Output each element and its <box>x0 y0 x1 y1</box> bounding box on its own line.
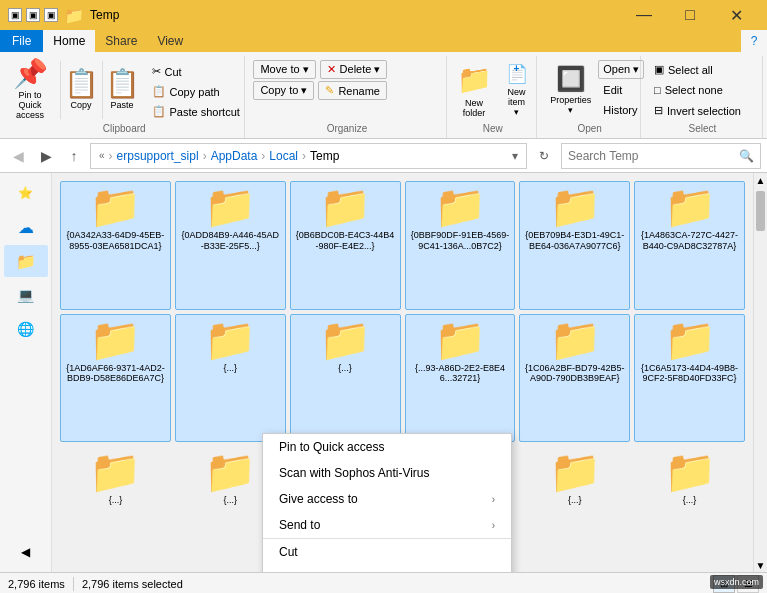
file-name: {...} <box>568 495 582 506</box>
sidebar-item-expand[interactable]: ◀ <box>4 536 48 568</box>
breadcrumb-erpsupport[interactable]: erpsupport_sipl <box>117 149 199 163</box>
file-name: {...} <box>683 495 697 506</box>
file-item[interactable]: 📁{1A4863CA-727C-4427-B440-C9AD8C32787A} <box>634 181 745 310</box>
file-name: {0B6BDC0B-E4C3-44B4-980F-E4E2...} <box>295 230 395 252</box>
open-group: 🔲 Properties▾ Open ▾ Edit History <box>539 56 641 138</box>
file-name: {1A4863CA-727C-4427-B440-C9AD8C32787A} <box>640 230 740 252</box>
file-item[interactable]: 📁{0A342A33-64D9-45EB-8955-03EA6581DCA1} <box>60 181 171 310</box>
file-item[interactable]: 📁{...} <box>634 446 745 564</box>
minimize-button[interactable]: — <box>621 0 667 30</box>
file-item[interactable]: 📁{0ADD84B9-A446-45AD-B33E-25F5...} <box>175 181 286 310</box>
refresh-button[interactable]: ↻ <box>531 143 557 169</box>
main-area: ⭐ ☁ 📁 💻 🌐 ◀ 📁{0A342A33-64D9-45EB-8955-03… <box>0 173 767 572</box>
scroll-thumb[interactable] <box>756 191 765 231</box>
paste-shortcut-button[interactable]: 📋 Paste shortcut <box>147 102 245 121</box>
tab-home[interactable]: Home <box>43 30 95 52</box>
tab-file[interactable]: File <box>0 30 43 52</box>
sidebar-item-quickaccess[interactable]: ⭐ <box>4 177 48 209</box>
file-item[interactable]: 📁{1C6A5173-44D4-49B8-9CF2-5F8D40FD33FC} <box>634 314 745 443</box>
breadcrumb-appdata[interactable]: AppData <box>211 149 258 163</box>
pin-label: Pin to Quick access <box>9 90 52 120</box>
scroll-up[interactable]: ▲ <box>754 173 767 187</box>
back-button[interactable]: ◀ <box>6 144 30 168</box>
edit-label: Edit <box>603 84 622 96</box>
title-bar: ▣ ▣ ▣ 📁 Temp — □ ✕ <box>0 0 767 30</box>
history-button[interactable]: History <box>598 101 644 119</box>
help-button[interactable]: ? <box>741 30 767 52</box>
up-button[interactable]: ↑ <box>62 144 86 168</box>
context-menu-item-cut[interactable]: Cut <box>263 538 511 565</box>
rename-button[interactable]: ✎ Rename <box>318 81 387 100</box>
ribbon: File Home Share View ? 📌 Pin to Quick ac… <box>0 30 767 139</box>
address-dropdown[interactable]: ▾ <box>512 149 518 163</box>
open-button[interactable]: Open ▾ <box>598 60 644 79</box>
context-menu-item-give-access-to[interactable]: Give access to› <box>263 486 511 512</box>
breadcrumb-bar[interactable]: « › erpsupport_sipl › AppData › Local › … <box>90 143 527 169</box>
file-item[interactable]: 📁{0EB709B4-E3D1-49C1-BE64-036A7A9077C6} <box>519 181 630 310</box>
ctx-item-label: Pin to Quick access <box>279 440 495 454</box>
context-menu-item-pin-to-quick-access[interactable]: Pin to Quick access <box>263 434 511 460</box>
copy-path-icon: 📋 <box>152 85 166 98</box>
folder-icon: 📁 <box>89 451 141 493</box>
ctx-item-label: Cut <box>279 545 495 559</box>
organize-label: Organize <box>327 123 368 136</box>
sidebar-item-cloud[interactable]: ☁ <box>4 211 48 243</box>
file-item[interactable]: 📁{1AD6AF66-9371-4AD2-BDB9-D58E86DE6A7C} <box>60 314 171 443</box>
delete-button[interactable]: ✕ Delete ▾ <box>320 60 388 79</box>
search-input[interactable] <box>568 149 735 163</box>
delete-label: Delete ▾ <box>340 63 381 76</box>
file-item[interactable]: 📁{0BBF90DF-91EB-4569-9C41-136A...0B7C2} <box>405 181 516 310</box>
folder-icon: 📁 <box>664 319 716 361</box>
select-none-button[interactable]: □ Select none <box>649 81 728 99</box>
file-name: {1C6A5173-44D4-49B8-9CF2-5F8D40FD33FC} <box>640 363 740 385</box>
edit-button[interactable]: Edit <box>598 81 644 99</box>
copy-to-button[interactable]: Copy to ▾ <box>253 81 314 100</box>
file-item[interactable]: 📁{...} <box>175 314 286 443</box>
sidebar-item-network[interactable]: 🌐 <box>4 313 48 345</box>
search-icon: 🔍 <box>739 149 754 163</box>
folder-icon: 📁 <box>434 186 486 228</box>
context-menu-item-scan-with-sophos-anti-virus[interactable]: Scan with Sophos Anti-Virus <box>263 460 511 486</box>
new-folder-button[interactable]: 📁 Newfolder <box>452 60 496 120</box>
move-to-button[interactable]: Move to ▾ <box>253 60 315 79</box>
tab-view[interactable]: View <box>147 30 193 52</box>
sidebar-item-pc[interactable]: 💻 <box>4 279 48 311</box>
tab-share[interactable]: Share <box>95 30 147 52</box>
maximize-button[interactable]: □ <box>667 0 713 30</box>
invert-selection-button[interactable]: ⊟ Invert selection <box>649 101 746 120</box>
scroll-down[interactable]: ▼ <box>754 558 767 572</box>
title-bar-left: ▣ ▣ ▣ 📁 Temp <box>8 6 119 25</box>
close-button[interactable]: ✕ <box>713 0 759 30</box>
vertical-scrollbar[interactable]: ▲ ▼ <box>753 173 767 572</box>
forward-button[interactable]: ▶ <box>34 144 58 168</box>
cut-button[interactable]: ✂ Cut <box>147 62 245 81</box>
copy-button[interactable]: 📋 Copy <box>61 60 102 120</box>
file-area-container: 📁{0A342A33-64D9-45EB-8955-03EA6581DCA1}📁… <box>52 173 767 572</box>
rename-label: Rename <box>338 85 380 97</box>
title-icon-3: ▣ <box>44 8 58 22</box>
context-menu-item-send-to[interactable]: Send to› <box>263 512 511 538</box>
ctx-item-label: Send to <box>279 518 492 532</box>
file-item[interactable]: 📁{...} <box>519 446 630 564</box>
folder-icon-title: 📁 <box>64 6 84 25</box>
pin-to-quick-access-button[interactable]: 📌 Pin to Quick access <box>4 60 61 120</box>
search-box[interactable]: 🔍 <box>561 143 761 169</box>
file-item[interactable]: 📁{0B6BDC0B-E4C3-44B4-980F-E4E2...} <box>290 181 401 310</box>
paste-button[interactable]: 📋 Paste <box>102 60 143 120</box>
sidebar-item-folder[interactable]: 📁 <box>4 245 48 277</box>
breadcrumb-local[interactable]: Local <box>269 149 298 163</box>
copy-path-button[interactable]: 📋 Copy path <box>147 82 245 101</box>
file-item[interactable]: 📁{...} <box>290 314 401 443</box>
new-item-button[interactable]: 📄+ Newitem ▾ <box>500 60 533 120</box>
paste-shortcut-label: Paste shortcut <box>170 106 240 118</box>
folder-icon: 📁 <box>664 186 716 228</box>
file-item[interactable]: 📁{1C06A2BF-BD79-42B5-A90D-790DB3B9EAF} <box>519 314 630 443</box>
select-all-button[interactable]: ▣ Select all <box>649 60 718 79</box>
properties-button[interactable]: 🔲 Properties▾ <box>545 60 596 120</box>
file-item[interactable]: 📁{...93-A86D-2E2-E8E46...32721} <box>405 314 516 443</box>
select-none-label: Select none <box>665 84 723 96</box>
file-item[interactable]: 📁{...} <box>60 446 171 564</box>
context-menu-item-copy[interactable]: Copy <box>263 565 511 572</box>
file-name: {...} <box>109 495 123 506</box>
properties-icon: 🔲 <box>556 65 586 93</box>
